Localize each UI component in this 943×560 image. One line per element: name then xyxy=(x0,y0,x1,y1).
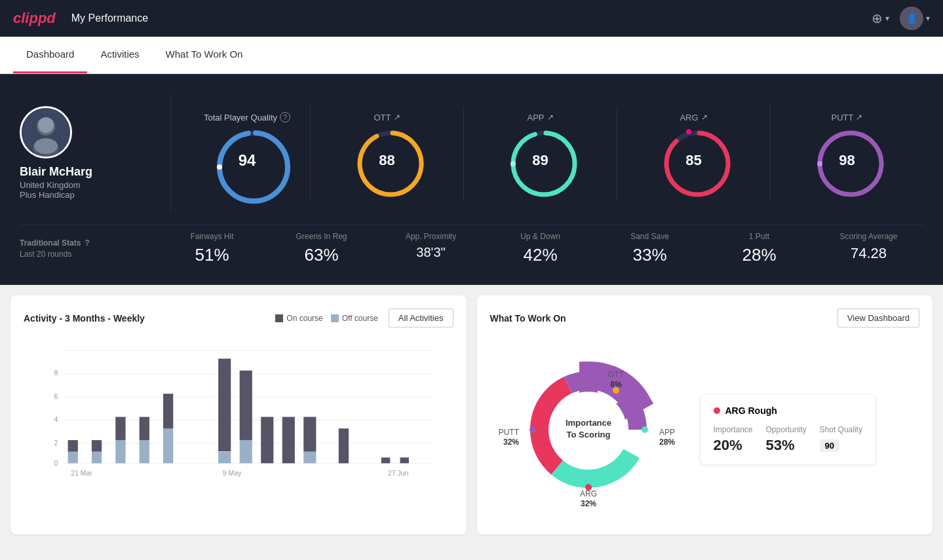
svg-point-3 xyxy=(38,117,54,133)
stat-sand-label: Sand Save xyxy=(630,232,669,241)
svg-text:PUTT: PUTT xyxy=(498,428,519,437)
svg-text:28%: 28% xyxy=(659,438,675,447)
activity-chart-svg: 0 2 4 6 8 xyxy=(24,338,453,482)
chart-legend: On course Off course xyxy=(275,314,378,323)
putt-label: PUTT ↗ xyxy=(832,113,863,122)
stat-up-down-label: Up & Down xyxy=(520,232,560,241)
metric-shot-quality: Shot Quality 90 xyxy=(820,425,862,454)
svg-rect-50 xyxy=(400,458,409,464)
info-card: ARG Rough Importance 20% Opportunity 53%… xyxy=(700,394,876,465)
stat-fairways-value: 51% xyxy=(195,245,229,265)
importance-value: 20% xyxy=(714,437,753,454)
info-card-dot xyxy=(714,407,720,414)
svg-rect-33 xyxy=(92,440,102,452)
stat-sand-save: Sand Save 33% xyxy=(595,232,704,265)
svg-rect-35 xyxy=(115,417,125,440)
bottom-sections: Activity - 3 Months - Weekly On course O… xyxy=(0,285,943,545)
app-header: clippd My Performance ⊕ ▾ 👤 ▾ xyxy=(0,0,943,37)
svg-text:ARG: ARG xyxy=(579,489,596,498)
stat-1putt-label: 1 Putt xyxy=(749,232,769,241)
svg-point-69 xyxy=(613,387,619,394)
on-course-label: On course xyxy=(286,314,322,323)
stat-app-prox-label: App. Proximity xyxy=(406,232,456,241)
trad-stats-help-icon[interactable]: ? xyxy=(85,238,89,248)
svg-rect-39 xyxy=(163,394,173,428)
app-value: 89 xyxy=(532,152,548,169)
wtwo-header: What To Work On View Dashboard xyxy=(490,308,920,327)
ott-gauge: 88 xyxy=(355,128,420,193)
svg-text:6: 6 xyxy=(54,392,58,400)
svg-rect-37 xyxy=(140,417,149,440)
arg-value: 85 xyxy=(685,152,701,169)
shot-quality-value: 90 xyxy=(820,439,839,452)
svg-rect-34 xyxy=(115,440,125,463)
trad-stats-values: Fairways Hit 51% Greens In Reg 63% App. … xyxy=(157,232,923,265)
chart-area: 0 2 4 6 8 xyxy=(24,338,453,482)
svg-text:Importance: Importance xyxy=(565,418,611,428)
trad-stats-label-section: Traditional Stats ? Last 20 rounds xyxy=(20,238,157,259)
svg-text:To Scoring: To Scoring xyxy=(566,430,610,439)
donut-chart-container: Importance To Scoring OTT 8% APP 28% ARG… xyxy=(490,338,687,521)
svg-point-4 xyxy=(34,138,58,154)
stat-up-down-value: 42% xyxy=(523,245,557,265)
info-card-name: ARG Rough xyxy=(725,405,777,416)
donut-chart-svg: Importance To Scoring OTT 8% APP 28% ARG… xyxy=(490,338,687,521)
off-course-legend-icon xyxy=(331,314,339,322)
stat-greens-label: Greens In Reg xyxy=(296,232,347,241)
stat-1-putt: 1 Putt 28% xyxy=(704,232,814,265)
svg-rect-30 xyxy=(68,452,78,464)
svg-text:32%: 32% xyxy=(580,499,596,508)
nav-tabs: Dashboard Activities What To Work On xyxy=(0,37,943,74)
total-quality-gauge: 94 xyxy=(214,128,280,193)
stat-sand-value: 33% xyxy=(632,245,666,265)
header-actions: ⊕ ▾ 👤 ▾ xyxy=(872,7,930,30)
score-card-arg: ARG ↗ 85 xyxy=(617,106,770,200)
plus-circle-icon: ⊕ xyxy=(872,10,883,26)
score-cards: OTT ↗ 88 APP ↗ xyxy=(310,106,923,200)
svg-point-70 xyxy=(642,426,648,433)
tab-activities[interactable]: Activities xyxy=(87,37,152,73)
tab-dashboard[interactable]: Dashboard xyxy=(13,37,87,73)
user-menu-button[interactable]: 👤 ▾ xyxy=(900,7,930,30)
view-dashboard-button[interactable]: View Dashboard xyxy=(837,308,919,327)
svg-text:OTT: OTT xyxy=(608,370,625,379)
wtwo-content: Importance To Scoring OTT 8% APP 28% ARG… xyxy=(490,338,920,521)
info-metrics: Importance 20% Opportunity 53% Shot Qual… xyxy=(714,425,862,454)
stat-greens-value: 63% xyxy=(304,245,338,265)
score-card-app: APP ↗ 89 xyxy=(463,106,617,200)
total-quality-value: 94 xyxy=(239,151,256,170)
svg-rect-44 xyxy=(261,417,273,464)
on-course-legend-icon xyxy=(275,314,283,322)
chart-header: Activity - 3 Months - Weekly On course O… xyxy=(24,308,453,327)
svg-rect-48 xyxy=(339,428,349,463)
player-country: United Kingdom xyxy=(20,180,81,190)
svg-rect-32 xyxy=(92,452,102,464)
stat-1putt-value: 28% xyxy=(742,245,776,265)
legend-on-course: On course xyxy=(275,314,322,323)
trad-stats-period: Last 20 rounds xyxy=(20,250,71,259)
svg-text:2: 2 xyxy=(54,439,58,447)
player-info: Blair McHarg United Kingdom Plus Handica… xyxy=(20,106,157,200)
legend-off-course: Off course xyxy=(331,314,378,323)
chart-title: Activity - 3 Months - Weekly xyxy=(24,313,145,324)
tab-what-to-work-on[interactable]: What To Work On xyxy=(153,37,256,73)
all-activities-button[interactable]: All Activities xyxy=(389,308,453,327)
shot-quality-label: Shot Quality xyxy=(820,425,862,434)
total-quality-help-icon[interactable]: ? xyxy=(280,112,290,122)
svg-rect-43 xyxy=(240,371,252,440)
add-button[interactable]: ⊕ ▾ xyxy=(872,10,889,26)
opportunity-label: Opportunity xyxy=(766,425,807,434)
svg-rect-47 xyxy=(303,417,316,452)
putt-value: 98 xyxy=(839,152,855,169)
traditional-stats: Traditional Stats ? Last 20 rounds Fairw… xyxy=(20,225,923,265)
total-quality-label: Total Player Quality ? xyxy=(204,112,290,122)
svg-point-72 xyxy=(529,426,536,433)
arg-gauge: 85 xyxy=(661,128,727,193)
importance-label: Importance xyxy=(714,425,753,434)
svg-rect-42 xyxy=(240,440,252,463)
stat-up-down: Up & Down 42% xyxy=(486,232,595,265)
svg-rect-49 xyxy=(381,458,390,464)
svg-point-7 xyxy=(217,164,222,170)
arg-label: ARG ↗ xyxy=(680,113,707,122)
app-logo: clippd xyxy=(13,10,56,27)
